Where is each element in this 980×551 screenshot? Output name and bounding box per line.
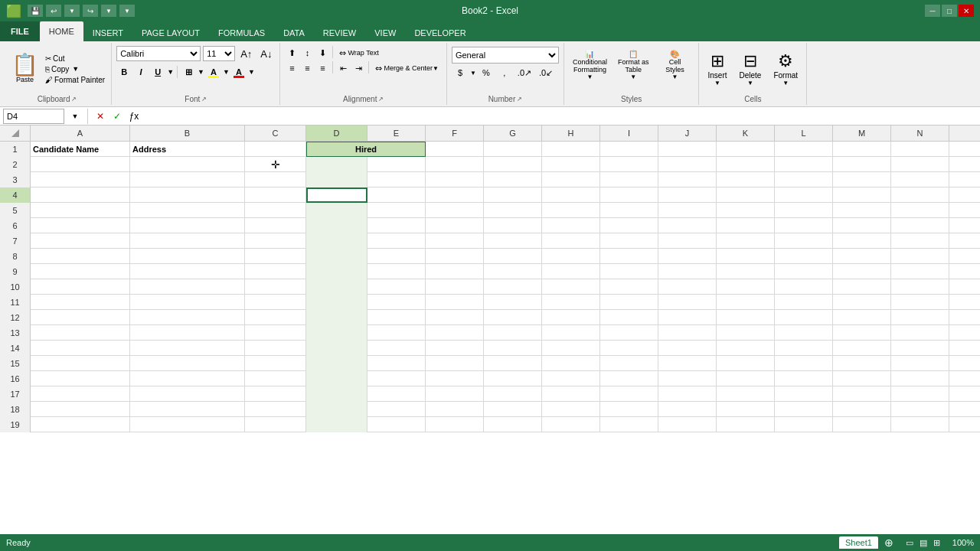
cell-I6[interactable] (600, 218, 658, 233)
cell-D3[interactable] (306, 172, 368, 187)
col-header-C[interactable]: C (245, 126, 306, 141)
cell-D8[interactable] (306, 249, 368, 264)
delete-btn[interactable]: ⊟ Delete ▼ (736, 49, 766, 89)
undo-dropdown-btn[interactable]: ▼ (64, 5, 80, 17)
row-num-2[interactable]: 2 (0, 157, 31, 172)
cell-L14[interactable] (775, 341, 833, 356)
cell-D10[interactable] (306, 279, 368, 295)
cell-D13[interactable] (306, 325, 368, 341)
cell-J10[interactable] (658, 279, 717, 295)
cell-B15[interactable] (130, 356, 245, 371)
cell-J11[interactable] (658, 295, 717, 310)
cell-C1[interactable] (245, 142, 306, 157)
cell-K1[interactable] (717, 142, 775, 157)
cell-M12[interactable] (833, 310, 891, 325)
cell-J3[interactable] (658, 172, 717, 187)
cell-B8[interactable] (130, 249, 245, 264)
add-sheet-btn[interactable]: ⊕ (884, 536, 893, 549)
cell-I7[interactable] (600, 233, 658, 249)
cell-J4[interactable] (658, 187, 717, 203)
col-header-E[interactable]: E (368, 126, 426, 141)
number-expand-icon[interactable]: ↗ (517, 96, 522, 103)
cell-M2[interactable] (833, 157, 891, 172)
cell-K14[interactable] (717, 341, 775, 356)
cell-C16[interactable] (245, 371, 306, 386)
cell-L18[interactable] (775, 402, 833, 417)
copy-button[interactable]: ⎘ Copy ▼ (44, 64, 106, 74)
cell-J18[interactable] (658, 402, 717, 417)
cell-E17[interactable] (368, 386, 426, 402)
cell-F5[interactable] (426, 203, 484, 218)
cell-C10[interactable] (245, 279, 306, 295)
align-middle-btn[interactable]: ↕ (300, 46, 314, 60)
cell-N9[interactable] (891, 264, 949, 279)
cell-E15[interactable] (368, 356, 426, 371)
cell-I9[interactable] (600, 264, 658, 279)
cell-E12[interactable] (368, 310, 426, 325)
cell-D19[interactable] (306, 417, 368, 432)
cell-N4[interactable] (891, 187, 949, 203)
cell-G8[interactable] (484, 249, 542, 264)
cell-F3[interactable] (426, 172, 484, 187)
cell-A18[interactable] (31, 402, 130, 417)
cell-B5[interactable] (130, 203, 245, 218)
cell-F15[interactable] (426, 356, 484, 371)
cell-N3[interactable] (891, 172, 949, 187)
cell-N18[interactable] (891, 402, 949, 417)
cell-D5[interactable] (306, 203, 368, 218)
cell-H7[interactable] (542, 233, 600, 249)
cell-I19[interactable] (600, 417, 658, 432)
align-left-btn[interactable]: ≡ (285, 61, 299, 75)
cell-E18[interactable] (368, 402, 426, 417)
format-painter-button[interactable]: 🖌 Format Painter (44, 75, 106, 85)
cell-B6[interactable] (130, 218, 245, 233)
align-top-btn[interactable]: ⬆ (285, 46, 299, 60)
col-header-F[interactable]: F (426, 126, 484, 141)
font-color-dd[interactable]: ▼ (248, 68, 255, 76)
cell-K16[interactable] (717, 371, 775, 386)
cell-N13[interactable] (891, 325, 949, 341)
cell-G3[interactable] (484, 172, 542, 187)
font-expand-icon[interactable]: ↗ (201, 96, 207, 103)
cell-J14[interactable] (658, 341, 717, 356)
border-dd[interactable]: ▼ (198, 68, 204, 76)
redo-quick-btn[interactable]: ↪ (83, 5, 98, 17)
cell-N1[interactable] (891, 142, 949, 157)
cell-G13[interactable] (484, 325, 542, 341)
cell-H15[interactable] (542, 356, 600, 371)
cell-J2[interactable] (658, 157, 717, 172)
cell-N10[interactable] (891, 279, 949, 295)
cell-M4[interactable] (833, 187, 891, 203)
cell-C3[interactable] (245, 172, 306, 187)
cell-E6[interactable] (368, 218, 426, 233)
currency-btn[interactable]: $ (452, 66, 469, 80)
cell-I18[interactable] (600, 402, 658, 417)
conditional-formatting-btn[interactable]: 📊 ConditionalFormatting ▼ (569, 47, 611, 83)
cell-F18[interactable] (426, 402, 484, 417)
cell-L2[interactable] (775, 157, 833, 172)
row-num-5[interactable]: 5 (0, 203, 31, 218)
cell-C7[interactable] (245, 233, 306, 249)
decrease-font-btn[interactable]: A↓ (257, 47, 275, 60)
tab-page-layout[interactable]: PAGE LAYOUT (132, 24, 209, 41)
minimize-btn[interactable]: ─ (925, 5, 940, 17)
cell-I17[interactable] (600, 386, 658, 402)
align-center-btn[interactable]: ≡ (300, 61, 314, 75)
cell-D11[interactable] (306, 295, 368, 310)
tab-developer[interactable]: DEVELOPER (405, 24, 475, 41)
cell-D1[interactable]: Hired (306, 142, 426, 157)
cell-G7[interactable] (484, 233, 542, 249)
cell-L16[interactable] (775, 371, 833, 386)
cell-A7[interactable] (31, 233, 130, 249)
cell-J15[interactable] (658, 356, 717, 371)
cell-C18[interactable] (245, 402, 306, 417)
comma-btn[interactable]: , (496, 66, 513, 80)
cell-K12[interactable] (717, 310, 775, 325)
save-quick-btn[interactable]: 💾 (28, 5, 43, 17)
cell-I5[interactable] (600, 203, 658, 218)
cell-I15[interactable] (600, 356, 658, 371)
number-format-select[interactable]: General Number Currency Date (452, 47, 559, 64)
sheet-tab[interactable]: Sheet1 (839, 536, 878, 549)
cell-J5[interactable] (658, 203, 717, 218)
row-num-12[interactable]: 12 (0, 310, 31, 325)
